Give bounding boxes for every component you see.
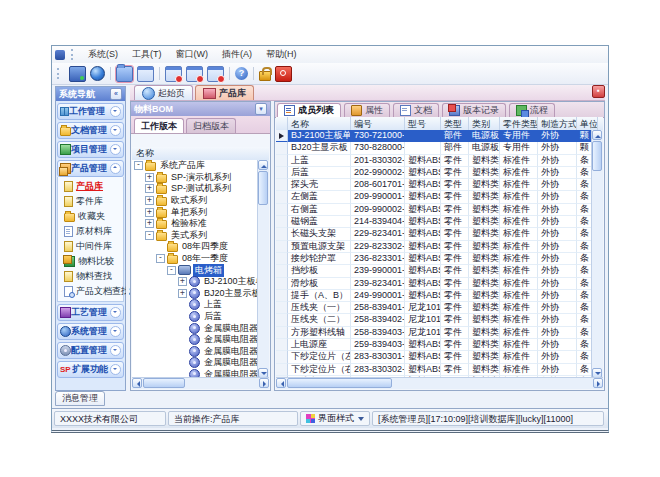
tree-hscroll-thumb[interactable] xyxy=(143,378,185,388)
tab-product-library[interactable]: 产品库 xyxy=(195,85,254,100)
column-header-型号[interactable]: 型号 xyxy=(405,117,441,130)
table-row[interactable]: 方形塑料线轴258-839403-00X尼龙1010零件塑料类标准件外协条 xyxy=(276,327,592,339)
tree-node-后盖[interactable]: 后盖 xyxy=(132,311,258,323)
table-row[interactable]: BJ-2100主板单点730-721000-12X部件电源板专用件外协颗 xyxy=(276,130,592,142)
tree-node-SP-测试机系列[interactable]: +SP-测试机系列 xyxy=(132,183,258,195)
column-header-编号[interactable]: 编号 xyxy=(351,117,405,130)
members-tab-版本记录[interactable]: 版本记录 xyxy=(442,103,506,117)
table-row[interactable]: 右侧盖209-990002-01X塑料ABS零件塑料类标准件外协条 xyxy=(276,204,592,216)
sidebar-item-中间件库[interactable]: 中间件库 xyxy=(58,239,123,254)
column-header-单位[interactable]: 单位 xyxy=(577,117,598,130)
menu-帮助(H)[interactable]: 帮助(H) xyxy=(259,46,304,63)
table-row[interactable]: 后盖202-990002-01X塑料ABS零件塑料类标准件外协条 xyxy=(276,167,592,179)
chevron-icon[interactable] xyxy=(110,125,121,136)
tree-column-header[interactable]: 名称 xyxy=(132,147,269,161)
panel-layout-icon[interactable] xyxy=(137,66,154,82)
tree-node-欧式系列[interactable]: +欧式系列 xyxy=(132,195,258,207)
bom-tab-归档版本[interactable]: 归档版本 xyxy=(186,118,236,133)
table-scroll-thumb[interactable] xyxy=(592,141,602,171)
bom-tab-工作版本[interactable]: 工作版本 xyxy=(134,118,184,133)
menu-系统(S)[interactable]: 系统(S) xyxy=(81,46,125,63)
message-management-tab[interactable]: 消息管理 xyxy=(55,391,105,406)
tab-start-page[interactable]: 起始页 xyxy=(134,85,193,100)
sidebar-item-产品文档查找[interactable]: 产品文档查找 xyxy=(58,284,123,299)
table-row[interactable]: 提手（A、B）249-990001-01X塑料ABS零件塑料类标准件外协条 xyxy=(276,290,592,302)
tree-node-金属膜电阻器[interactable]: 金属膜电阻器 xyxy=(132,357,258,369)
expand-icon[interactable]: + xyxy=(145,219,154,228)
column-header-零件类型[interactable]: 零件类型 xyxy=(500,117,538,130)
sidebar-collapse-button[interactable]: « xyxy=(110,88,122,100)
collapse-icon[interactable]: - xyxy=(156,254,165,263)
table-row[interactable]: 左侧盖209-990001-01X塑料ABS零件塑料类标准件外协条 xyxy=(276,191,592,203)
chevron-icon[interactable] xyxy=(110,345,121,356)
table-row[interactable]: 压线夹（一）258-839401-00X尼龙1010零件塑料类标准件外协条 xyxy=(276,302,592,314)
tree-node-08年四季度[interactable]: 08年四季度 xyxy=(132,241,258,253)
product-library-icon[interactable] xyxy=(116,66,133,82)
scroll-right-arrow-icon[interactable] xyxy=(593,378,603,388)
collapse-icon[interactable]: - xyxy=(145,231,154,240)
members-tab-成员列表[interactable]: 成员列表 xyxy=(277,103,341,117)
close-document-button[interactable]: ▪ xyxy=(592,85,605,98)
import-window-icon[interactable] xyxy=(207,66,224,82)
tree-node-金属膜电阻器[interactable]: 金属膜电阻器 xyxy=(132,346,258,358)
members-tab-文档[interactable]: 文档 xyxy=(393,103,439,117)
export-window-icon[interactable] xyxy=(186,66,203,82)
lock-icon[interactable] xyxy=(259,71,271,81)
table-row[interactable]: 上盖201-830302-00X塑料ABS零件塑料类标准件外协条 xyxy=(276,155,592,167)
sidebar-group-配置管理[interactable]: 配置管理 xyxy=(57,342,124,359)
menu-窗口(W)[interactable]: 窗口(W) xyxy=(169,46,216,63)
bom-panel-menu-button[interactable]: ▾ xyxy=(255,103,267,115)
expand-icon[interactable]: + xyxy=(145,173,154,182)
exit-icon[interactable] xyxy=(275,66,292,82)
column-header-类型[interactable]: 类型 xyxy=(441,117,469,130)
tree-node-检验标准[interactable]: +检验标准 xyxy=(132,218,258,230)
sidebar-group-文档管理[interactable]: 文档管理 xyxy=(57,122,124,139)
table-row[interactable]: 挡纱板239-990001-01X塑料ABS零件塑料类标准件外协条 xyxy=(276,265,592,277)
sidebar-item-收藏夹[interactable]: 收藏夹 xyxy=(58,209,123,224)
tree-node-单把系列[interactable]: +单把系列 xyxy=(132,206,258,218)
tree-horizontal-scrollbar[interactable] xyxy=(132,377,269,389)
sidebar-group-项目管理[interactable]: 项目管理 xyxy=(57,141,124,158)
table-row[interactable]: 磁钢盖214-839404-01X塑料ABS零件塑料类标准件外协条 xyxy=(276,216,592,228)
table-row[interactable]: 下纱定位片（左）283-830301-00X塑料ABS零件塑料类标准件外协条 xyxy=(276,351,592,363)
chevron-icon[interactable] xyxy=(110,106,121,117)
chevron-icon[interactable] xyxy=(110,326,121,337)
sidebar-group-系统管理[interactable]: 系统管理 xyxy=(57,323,124,340)
expand-icon[interactable]: + xyxy=(145,196,154,205)
members-tab-流程[interactable]: 流程 xyxy=(509,103,555,117)
close-window-icon[interactable] xyxy=(165,66,182,82)
table-hscroll-thumb[interactable] xyxy=(287,378,392,388)
tree-node-美式系列[interactable]: -美式系列 xyxy=(132,230,258,242)
collapse-icon[interactable]: - xyxy=(134,161,143,170)
sidebar-group-扩展功能[interactable]: SP扩展功能 xyxy=(57,361,124,378)
tree-node-BJ20主显示板[interactable]: +BJ20主显示板 xyxy=(132,288,258,300)
tree-node-BJ-2100主板单点[interactable]: +BJ-2100主板单点 xyxy=(132,276,258,288)
table-row[interactable]: 接纱轮护罩236-823301-00X塑料ABS零件塑料类标准件外协条 xyxy=(276,253,592,265)
workspace-icon[interactable] xyxy=(69,66,86,82)
scroll-up-arrow-icon[interactable] xyxy=(592,130,602,140)
chevron-icon[interactable] xyxy=(110,163,121,174)
chevron-icon[interactable] xyxy=(110,307,121,318)
globe-icon[interactable] xyxy=(90,66,105,81)
expand-icon[interactable]: + xyxy=(145,184,154,193)
table-row[interactable]: 探头壳208-601701-01X塑料ABS零件塑料类标准件外协条 xyxy=(276,179,592,191)
tree-node-SP-演示机系列[interactable]: +SP-演示机系列 xyxy=(132,172,258,184)
tree-node-金属膜电阻器[interactable]: 金属膜电阻器 xyxy=(132,322,258,334)
chevron-icon[interactable] xyxy=(110,364,121,375)
tree-scroll-thumb[interactable] xyxy=(258,171,268,205)
sidebar-item-产品库[interactable]: 产品库 xyxy=(58,179,123,194)
tree-node-上盖[interactable]: 上盖 xyxy=(132,299,258,311)
tree-node-08年一季度[interactable]: -08年一季度 xyxy=(132,253,258,265)
scroll-right-arrow-icon[interactable] xyxy=(259,378,269,388)
table-horizontal-scrollbar[interactable] xyxy=(276,377,603,389)
sidebar-splitter[interactable] xyxy=(126,101,129,391)
chevron-icon[interactable] xyxy=(110,144,121,155)
tree-vertical-scrollbar[interactable] xyxy=(257,160,269,378)
tree-node-系统产品库[interactable]: -系统产品库 xyxy=(132,160,258,172)
table-row[interactable]: BJ20主显示板730-828000-04X部件电源板专用件外协颗 xyxy=(276,142,592,154)
expand-icon[interactable]: + xyxy=(178,289,187,298)
sidebar-item-物料比较[interactable]: 物料比较 xyxy=(58,254,123,269)
expand-icon[interactable]: + xyxy=(178,277,187,286)
collapse-icon[interactable]: - xyxy=(167,266,176,275)
table-row[interactable]: 下纱定位片（右）283-830302-00X塑料ABS零件塑料类标准件外协条 xyxy=(276,364,592,376)
